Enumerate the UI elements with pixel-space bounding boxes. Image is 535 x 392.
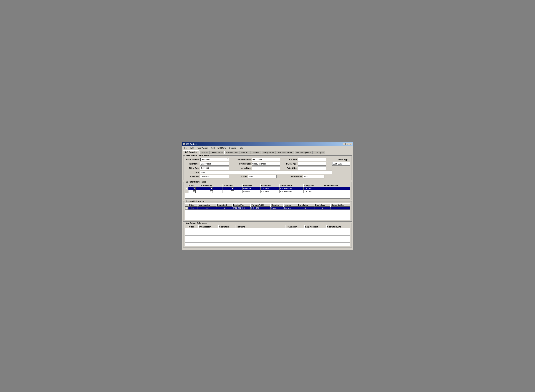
tab-ids-management[interactable]: IDS Management bbox=[294, 151, 313, 154]
us-patent-legend: US Patent References bbox=[185, 181, 207, 183]
translation-checkbox[interactable]: ■ bbox=[304, 207, 307, 209]
col-first-inventor: FirstInventor bbox=[280, 184, 304, 187]
restore-button[interactable]: □ bbox=[346, 143, 349, 145]
english-ab-cell: ■ bbox=[314, 206, 330, 210]
col-translation: Translation bbox=[297, 203, 314, 207]
tab-related-apps[interactable]: Related Apps bbox=[224, 151, 239, 154]
title-bar-left: ■ IDS Project bbox=[183, 143, 197, 145]
non-patent-table: Cited InAnscestor Submitted RefName Tran… bbox=[185, 225, 350, 246]
docket-number-label: Docket Number bbox=[185, 159, 199, 161]
tab-dockets[interactable]: Dockets bbox=[199, 151, 210, 154]
cited-cell: ☑ bbox=[188, 190, 200, 193]
col-in-ancestor: InAnscestor bbox=[198, 203, 216, 207]
close-button[interactable]: ✕ bbox=[349, 143, 352, 145]
submitted-checkbox[interactable]: ■ bbox=[231, 187, 234, 190]
col-submitted: Submitted bbox=[223, 184, 243, 187]
menu-import-export[interactable]: Import/Export bbox=[195, 146, 210, 149]
col-issue-pub: Issue/Pub bbox=[260, 184, 279, 187]
english-ab-checkbox[interactable]: ■ bbox=[321, 207, 324, 209]
tab-non-patent-refs[interactable]: Non-Patent Refs bbox=[276, 151, 294, 154]
country-input[interactable] bbox=[298, 158, 326, 161]
col-ref-name: RefName bbox=[236, 225, 286, 228]
tab-patents[interactable]: Patents bbox=[251, 151, 261, 154]
inventor-cell: Suzuye bbox=[284, 206, 297, 210]
ancestor-checkbox[interactable]: ■ bbox=[206, 207, 208, 209]
tab-inventor-info[interactable]: Inventor Info bbox=[210, 151, 224, 154]
ancestor-cell: ☐ bbox=[200, 190, 223, 193]
main-window: ■ IDS Project _ □ ✕ File IDS Import/Expo… bbox=[182, 142, 353, 250]
basic-patent-section: Basic Patent Information Docket Number S… bbox=[183, 155, 352, 180]
title-input[interactable] bbox=[200, 171, 332, 174]
inventor-list-wrapper bbox=[252, 162, 280, 166]
table-row[interactable]: ▶ ■ ■ ■ JP98-123456 7-7-1977 Japan Suzuy… bbox=[185, 206, 350, 210]
cited-cell: ■ bbox=[188, 187, 200, 190]
menu-options[interactable]: Options bbox=[228, 146, 237, 149]
col-submitted-date: SubmittedDate bbox=[326, 225, 350, 228]
col-submitted: Submitted bbox=[216, 203, 232, 207]
inventors-input[interactable] bbox=[200, 162, 229, 166]
confirmation-label: Confirmation bbox=[286, 176, 302, 178]
country-cell: Japan bbox=[271, 206, 284, 210]
app-icon: ■ bbox=[183, 143, 185, 145]
inventor-list-input[interactable] bbox=[252, 162, 280, 166]
issue-pub-cell: 9-9-2004 bbox=[260, 187, 279, 190]
patent-no-label: Patent No. bbox=[286, 167, 297, 169]
group-input[interactable] bbox=[248, 175, 277, 178]
serial-number-input[interactable] bbox=[252, 158, 280, 161]
table-row-empty-3 bbox=[185, 217, 350, 220]
cited-checkbox[interactable]: ☑ bbox=[193, 190, 196, 193]
submitted-checkbox[interactable]: ☐ bbox=[231, 190, 234, 193]
ancestor-cell: ■ bbox=[198, 206, 216, 210]
menu-add[interactable]: Add bbox=[210, 146, 216, 149]
serial-number-label: Serial Number bbox=[235, 159, 251, 161]
issue-date-label: Issue Date bbox=[235, 167, 251, 169]
base-app-label: Base App. bbox=[338, 159, 348, 161]
menu-help[interactable]: Help bbox=[237, 146, 244, 149]
group-label: Group bbox=[238, 176, 247, 178]
first-inventor-cell: Pat Inventor2 bbox=[280, 190, 304, 193]
patent-no-input[interactable] bbox=[298, 166, 326, 170]
col-foreign-pub: ForeignPub bbox=[232, 203, 251, 207]
col-submitted-date: SubmittedDate bbox=[323, 184, 350, 187]
table-row-empty-1 bbox=[185, 210, 350, 213]
menu-ids[interactable]: IDS bbox=[189, 146, 195, 149]
cited-checkbox[interactable]: ■ bbox=[192, 207, 194, 209]
form-row-5: Examiner Group Confirmation bbox=[185, 175, 350, 178]
tab-bulk-add[interactable]: Bulk Add bbox=[240, 151, 251, 154]
inventors-label: Inventor(s) bbox=[185, 163, 199, 165]
menu-ids-mgmt[interactable]: IDS Mgmt bbox=[216, 146, 228, 149]
foreign-refs-legend: Foreign References bbox=[185, 200, 205, 202]
docket-number-input[interactable] bbox=[200, 158, 229, 161]
tab-doc-mgmt[interactable]: Doc Mgmt bbox=[313, 151, 325, 154]
cited-checkbox[interactable]: ■ bbox=[193, 187, 196, 190]
table-row[interactable]: ▶ ■ ■ ■ 5999999 9-9-2004 Pat Inventor1 1… bbox=[185, 187, 350, 190]
submitted-date-cell bbox=[330, 206, 350, 210]
base-app-value-input[interactable] bbox=[332, 162, 350, 166]
issue-pub-cell: 1-1-2004 bbox=[260, 190, 279, 193]
ancestor-checkbox[interactable]: ☐ bbox=[210, 190, 213, 193]
foreign-pub-cell: JP98-123456 bbox=[232, 206, 251, 210]
filing-date-input[interactable] bbox=[200, 166, 229, 170]
non-patent-section: Non-Patent References Cited InAnscestor … bbox=[183, 223, 352, 247]
tab-ids-overview[interactable]: IDS Overview bbox=[183, 150, 199, 154]
minimize-button[interactable]: _ bbox=[343, 143, 346, 145]
menu-file[interactable]: File bbox=[183, 146, 189, 149]
col-foreign-pub-date: ForeignPubD bbox=[251, 203, 271, 207]
submitted-checkbox[interactable]: ■ bbox=[223, 207, 226, 209]
table-row-empty-3 bbox=[185, 235, 350, 239]
window-title: IDS Project bbox=[186, 143, 197, 145]
filing-date-cell: 1-1-1999 bbox=[304, 187, 323, 190]
parent-app-input[interactable] bbox=[298, 162, 326, 166]
ancestor-checkbox[interactable]: ■ bbox=[210, 187, 213, 190]
table-row-empty-2 bbox=[185, 213, 350, 217]
table-row[interactable]: ☑ ☐ ☐ 6000001 1-1-2004 Pat Inventor2 1-1… bbox=[185, 190, 350, 193]
table-row-empty-1 bbox=[185, 228, 350, 232]
col-indicator bbox=[185, 203, 188, 207]
issue-date-input[interactable] bbox=[252, 166, 280, 170]
tab-foreign-refs[interactable]: Foreign Refs bbox=[261, 151, 276, 154]
patent-no-cell: 6000001 bbox=[242, 190, 260, 193]
form-row-4: Title bbox=[185, 171, 350, 174]
basic-patent-legend: Basic Patent Information bbox=[185, 154, 210, 156]
confirmation-input[interactable] bbox=[303, 175, 324, 178]
examiner-input[interactable] bbox=[200, 175, 229, 178]
